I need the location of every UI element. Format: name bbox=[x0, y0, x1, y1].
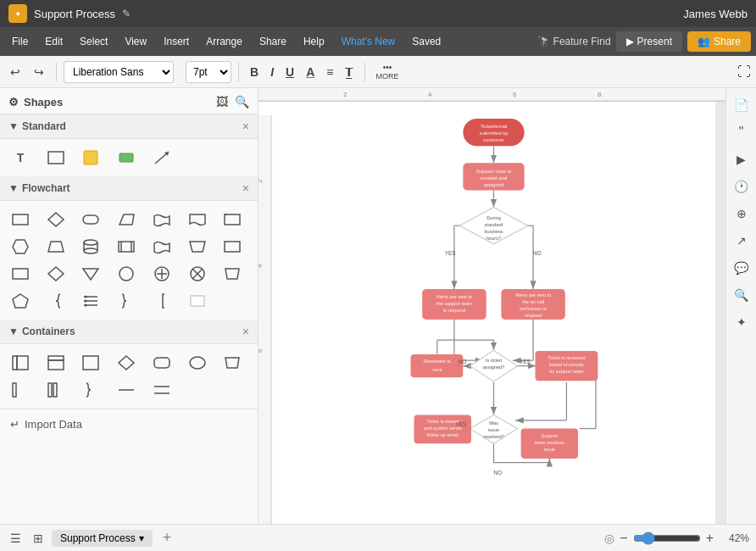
bold-button[interactable]: B bbox=[246, 63, 263, 81]
section-flowchart[interactable]: ▼ Flowchart × bbox=[0, 176, 258, 201]
current-tab[interactable]: Support Process ▾ bbox=[52, 530, 153, 547]
fc-rect3[interactable] bbox=[219, 235, 246, 259]
fc-hexagon[interactable] bbox=[7, 235, 34, 259]
fc-circle[interactable] bbox=[113, 262, 140, 286]
canvas-area[interactable]: 2 4 6 8 2 4 6 bbox=[258, 88, 725, 524]
edit-title-icon[interactable]: ✎ bbox=[122, 8, 131, 19]
cont-v-line[interactable] bbox=[7, 378, 34, 402]
fc-white-rect[interactable] bbox=[184, 289, 211, 313]
cont-v-lines[interactable] bbox=[42, 378, 69, 402]
rp-comment-button[interactable]: 💬 bbox=[730, 256, 753, 280]
import-data[interactable]: ↵ Import Data bbox=[0, 409, 258, 439]
shape-rectangle[interactable] bbox=[42, 146, 69, 170]
section-containers[interactable]: ▼ Containers × bbox=[0, 320, 258, 344]
fc-brace2[interactable] bbox=[113, 289, 140, 313]
cont-rounded[interactable] bbox=[148, 351, 175, 375]
expand-button[interactable]: ⛶ bbox=[737, 64, 751, 80]
fc-pentagon[interactable] bbox=[7, 289, 34, 313]
fc-doc[interactable] bbox=[184, 208, 211, 231]
cont-h-line[interactable] bbox=[113, 378, 140, 402]
grid-view-button[interactable]: ⊞ bbox=[30, 530, 47, 547]
rp-search2-button[interactable]: 🔍 bbox=[730, 283, 753, 307]
rp-layers-button[interactable]: ⊕ bbox=[730, 202, 753, 225]
fc-brace[interactable] bbox=[42, 289, 69, 313]
fc-rect[interactable] bbox=[7, 208, 34, 231]
fc-list[interactable] bbox=[77, 289, 104, 313]
add-tab-button[interactable]: + bbox=[163, 529, 172, 547]
cont-parallelogram[interactable] bbox=[219, 351, 246, 375]
fc-trapezoid[interactable] bbox=[42, 235, 69, 259]
rp-clock-button[interactable]: 🕐 bbox=[730, 175, 753, 198]
fc-process[interactable] bbox=[113, 235, 140, 259]
menu-whats-new[interactable]: What's New bbox=[335, 32, 403, 51]
menu-insert[interactable]: Insert bbox=[157, 32, 196, 51]
zoom-out-button[interactable]: − bbox=[620, 531, 627, 546]
shape-text[interactable]: T bbox=[7, 146, 34, 170]
svg-text:2: 2 bbox=[343, 91, 347, 98]
align-button[interactable]: ≡ bbox=[322, 63, 337, 81]
shape-arrow[interactable] bbox=[148, 146, 175, 170]
rp-extra-button[interactable]: ✦ bbox=[730, 310, 753, 334]
fc-tape2[interactable] bbox=[148, 235, 175, 259]
rp-quote-button[interactable]: " bbox=[730, 120, 753, 144]
svg-point-40 bbox=[85, 304, 87, 307]
menu-view[interactable]: View bbox=[118, 32, 153, 51]
font-family-select[interactable]: Liberation Sans bbox=[64, 61, 174, 83]
menu-arrange[interactable]: Arrange bbox=[199, 32, 249, 51]
close-standard-button[interactable]: × bbox=[242, 120, 249, 133]
share-button[interactable]: 👥 Share bbox=[687, 31, 751, 52]
svg-text:4: 4 bbox=[258, 264, 264, 268]
font-size-select[interactable]: 7pt 8pt 9pt 10pt 12pt bbox=[186, 61, 231, 83]
present-button[interactable]: ▶ Present bbox=[616, 31, 682, 52]
text-options-button[interactable]: T̲ bbox=[341, 63, 358, 81]
cont-diamond[interactable] bbox=[113, 351, 140, 375]
fc-x-circle[interactable] bbox=[184, 262, 211, 286]
cont-swimlane-v[interactable] bbox=[7, 351, 34, 375]
menu-share[interactable]: Share bbox=[253, 32, 293, 51]
cont-h-lines[interactable] bbox=[148, 378, 175, 402]
zoom-in-button[interactable]: + bbox=[706, 531, 714, 546]
search-button[interactable]: 🔍 bbox=[235, 95, 249, 109]
fc-parallelogram[interactable] bbox=[113, 208, 140, 231]
app-title: Support Process bbox=[34, 8, 115, 20]
cont-brace-cont[interactable] bbox=[77, 378, 104, 402]
menu-help[interactable]: Help bbox=[297, 32, 331, 51]
fc-tape[interactable] bbox=[148, 208, 175, 231]
rp-link-button[interactable]: ↗ bbox=[730, 229, 753, 253]
italic-button[interactable]: I bbox=[266, 63, 278, 81]
zoom-slider[interactable] bbox=[633, 532, 701, 545]
fc-plus-circle[interactable] bbox=[148, 262, 175, 286]
underline-button[interactable]: U bbox=[281, 63, 298, 81]
canvas-content[interactable]: 2 4 6 bbox=[258, 102, 715, 524]
fc-parallelogram2[interactable] bbox=[219, 262, 246, 286]
menu-file[interactable]: File bbox=[5, 32, 35, 51]
undo-button[interactable]: ↩ bbox=[5, 62, 25, 82]
fc-diamond2[interactable] bbox=[42, 262, 69, 286]
rp-page-button[interactable]: 📄 bbox=[730, 93, 753, 117]
fc-rect2[interactable] bbox=[219, 208, 246, 231]
shape-green-rect[interactable] bbox=[113, 146, 140, 170]
fc-cylinder[interactable] bbox=[77, 235, 104, 259]
fc-trapezoidi[interactable] bbox=[184, 235, 211, 259]
fc-diamond[interactable] bbox=[42, 208, 69, 231]
redo-button[interactable]: ↪ bbox=[29, 62, 49, 82]
rp-play-button[interactable]: ▶ bbox=[730, 147, 753, 171]
fc-bracket[interactable] bbox=[148, 289, 175, 313]
fc-rounded-rect[interactable] bbox=[77, 208, 104, 231]
font-color-button[interactable]: A bbox=[302, 63, 319, 81]
cont-rect[interactable] bbox=[77, 351, 104, 375]
fc-triangle-down[interactable] bbox=[77, 262, 104, 286]
menu-edit[interactable]: Edit bbox=[38, 32, 69, 51]
cont-ellipse[interactable] bbox=[184, 351, 211, 375]
fc-rect4[interactable] bbox=[7, 262, 34, 286]
close-containers-button[interactable]: × bbox=[242, 325, 249, 338]
shape-note[interactable] bbox=[77, 146, 104, 170]
section-standard[interactable]: ▼ Standard × bbox=[0, 114, 258, 139]
menu-select[interactable]: Select bbox=[73, 32, 114, 51]
close-flowchart-button[interactable]: × bbox=[242, 181, 249, 195]
list-view-button[interactable]: ☰ bbox=[7, 530, 25, 547]
cont-swimlane-h[interactable] bbox=[42, 351, 69, 375]
more-button[interactable]: ••• MORE bbox=[372, 61, 402, 82]
image-icon-button[interactable]: 🖼 bbox=[216, 95, 228, 109]
feature-find[interactable]: 🔭 Feature Find bbox=[537, 36, 611, 47]
